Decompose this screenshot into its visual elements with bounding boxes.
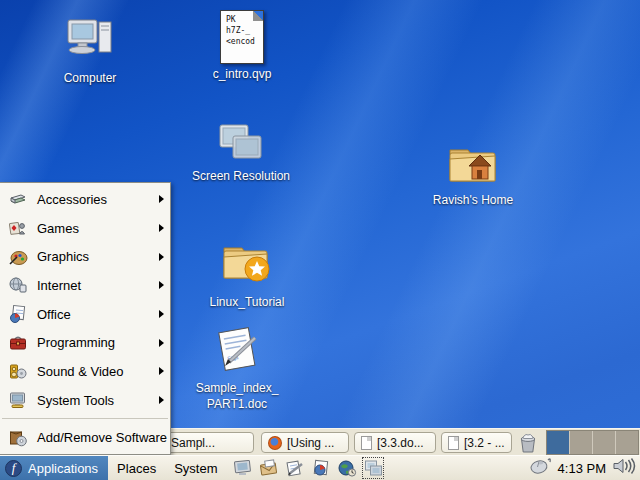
workspace-2[interactable] bbox=[570, 431, 593, 454]
workspace-4[interactable] bbox=[616, 431, 638, 454]
submenu-arrow-icon bbox=[159, 367, 164, 375]
text-document-pen-icon: Sign bbox=[211, 326, 263, 378]
email-launcher-icon[interactable] bbox=[258, 457, 280, 479]
desktop-icon-label: Computer bbox=[64, 71, 117, 87]
desktop-icon-label: c_intro.qvp bbox=[213, 67, 272, 83]
desktop-icon-label: Ravish's Home bbox=[433, 193, 513, 209]
submenu-arrow-icon bbox=[159, 195, 164, 203]
presentation-launcher-icon[interactable] bbox=[310, 457, 332, 479]
desktop-icon-label: Linux_Tutorial bbox=[210, 295, 285, 311]
submenu-arrow-icon bbox=[159, 339, 164, 347]
applications-menu-popup: Accessories Games Graphics bbox=[0, 182, 171, 455]
menu-item-graphics[interactable]: Graphics bbox=[0, 242, 170, 271]
desktop-icon-label: Screen Resolution bbox=[192, 169, 290, 185]
games-icon bbox=[8, 218, 28, 238]
submenu-arrow-icon bbox=[159, 310, 164, 318]
desktop-icon-computer[interactable]: Computer bbox=[35, 14, 145, 87]
workspace-1[interactable] bbox=[547, 431, 570, 454]
menu-item-internet[interactable]: Internet bbox=[0, 271, 170, 300]
menu-item-add-remove-software[interactable]: Add/Remove Software bbox=[0, 423, 170, 452]
home-folder-icon bbox=[447, 142, 499, 190]
word-processor-launcher-icon[interactable] bbox=[284, 457, 306, 479]
desktop-icon-sample-doc[interactable]: Sign Sample_index_ PART1.doc bbox=[182, 326, 292, 412]
desktop-icon-screen-resolution[interactable]: Screen Resolution bbox=[186, 124, 296, 185]
mouse-icon[interactable] bbox=[528, 457, 552, 479]
submenu-arrow-icon bbox=[159, 253, 164, 261]
menu-item-office[interactable]: Office bbox=[0, 300, 170, 329]
submenu-arrow-icon bbox=[159, 281, 164, 289]
office-icon bbox=[8, 304, 28, 324]
system-menu-button[interactable]: System bbox=[165, 456, 226, 480]
internet-icon bbox=[8, 275, 28, 295]
desktop-icon-ravish-home[interactable]: Ravish's Home bbox=[418, 142, 528, 209]
accessories-icon bbox=[8, 189, 28, 209]
panel-clock[interactable]: 4:13 PM bbox=[558, 461, 606, 476]
panel-launchers bbox=[232, 457, 384, 479]
submenu-arrow-icon bbox=[159, 396, 164, 404]
star-folder-icon bbox=[221, 242, 273, 292]
system-tray: 4:13 PM bbox=[528, 457, 640, 479]
bottom-panel: f Applications Places System bbox=[0, 455, 640, 480]
workspace-switcher[interactable] bbox=[546, 430, 639, 455]
taskbar-window-using[interactable]: [Using ... bbox=[261, 432, 349, 453]
graphics-icon bbox=[8, 247, 28, 267]
programming-icon bbox=[8, 333, 28, 353]
document-icon bbox=[448, 436, 459, 450]
screen-resolution-launcher-icon[interactable] bbox=[362, 457, 384, 479]
menu-item-games[interactable]: Games bbox=[0, 214, 170, 243]
menu-item-programming[interactable]: Programming bbox=[0, 328, 170, 357]
desktop-icon-linux-tutorial[interactable]: Linux_Tutorial bbox=[192, 242, 302, 311]
sound-video-icon bbox=[8, 361, 28, 381]
globe-launcher-icon[interactable] bbox=[336, 457, 358, 479]
menu-item-system-tools[interactable]: System Tools bbox=[0, 386, 170, 415]
workspace-3[interactable] bbox=[593, 431, 616, 454]
menu-separator bbox=[2, 418, 168, 419]
desktop-icon-label: Sample_index_ PART1.doc bbox=[196, 381, 279, 412]
dual-screens-icon bbox=[218, 124, 264, 166]
binary-document-icon: PK h7Z-_ <encod bbox=[220, 10, 264, 64]
trash-icon[interactable] bbox=[517, 432, 539, 454]
applications-menu-button[interactable]: f Applications bbox=[0, 456, 108, 480]
fedora-logo-icon: f bbox=[5, 460, 22, 477]
system-tools-icon bbox=[8, 390, 28, 410]
firefox-icon bbox=[268, 436, 282, 450]
desktop-icon-c-intro[interactable]: PK h7Z-_ <encod c_intro.qvp bbox=[187, 10, 297, 83]
taskbar-window-33do[interactable]: [3.3.do... bbox=[354, 432, 436, 453]
taskbar-window-32[interactable]: [3.2 - ... bbox=[441, 432, 512, 453]
document-icon bbox=[361, 436, 372, 450]
computer-icon bbox=[64, 14, 116, 68]
menu-item-accessories[interactable]: Accessories bbox=[0, 185, 170, 214]
places-menu-button[interactable]: Places bbox=[108, 456, 165, 480]
web-browser-launcher-icon[interactable] bbox=[232, 457, 254, 479]
add-remove-software-icon bbox=[8, 428, 28, 448]
volume-icon[interactable] bbox=[612, 457, 636, 479]
submenu-arrow-icon bbox=[159, 224, 164, 232]
menu-item-sound-video[interactable]: Sound & Video bbox=[0, 357, 170, 386]
